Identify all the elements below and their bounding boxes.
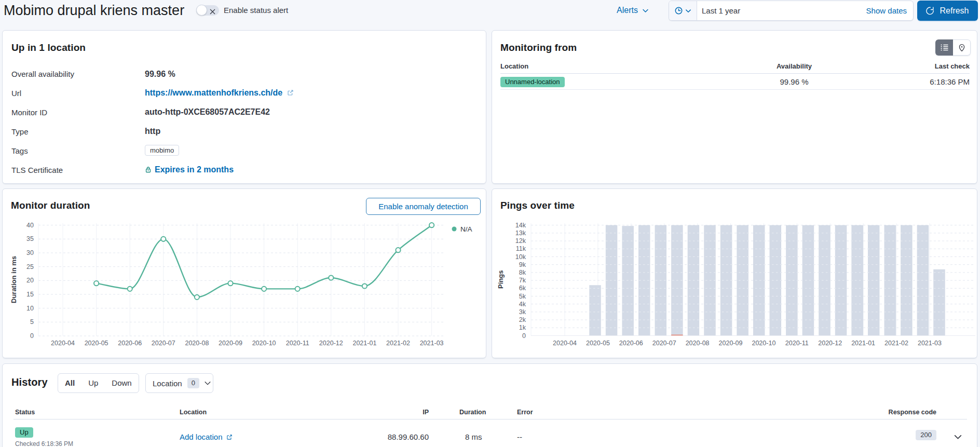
svg-text:25: 25 [26, 263, 34, 270]
tls-certificate-value: Expires in 2 months [145, 165, 234, 175]
column-last-check: Last check [892, 62, 970, 71]
time-range-value[interactable]: Last 1 year [697, 1, 866, 20]
monitoring-from-panel: Monitoring from Location [492, 30, 977, 184]
show-dates-button[interactable]: Show dates [866, 1, 913, 20]
svg-text:2020-05: 2020-05 [586, 340, 610, 347]
location-status-badge[interactable]: Unnamed-location [500, 77, 565, 87]
refresh-button[interactable]: Refresh [917, 1, 978, 21]
svg-text:30: 30 [26, 249, 34, 256]
svg-text:14k: 14k [515, 222, 526, 229]
alerts-dropdown[interactable]: Alerts [617, 0, 649, 21]
uptime-monitor-page: Mobimo drupal kriens master Enable statu… [0, 0, 980, 447]
history-row-error: -- [517, 432, 522, 442]
quick-select-button[interactable] [669, 1, 697, 20]
column-status: Status [15, 408, 35, 416]
svg-text:2020-11: 2020-11 [785, 340, 809, 347]
status-alert-toggle[interactable] [196, 5, 219, 16]
svg-text:N/A: N/A [460, 225, 472, 233]
history-row-duration: 8 ms [465, 432, 482, 442]
svg-text:2020-06: 2020-06 [118, 340, 142, 347]
svg-text:5k: 5k [519, 293, 526, 300]
page-title: Mobimo drupal kriens master [4, 0, 184, 21]
toggle-knob [196, 5, 207, 16]
date-picker: Last 1 year Show dates [669, 1, 914, 21]
monitoring-row-availability: 99.96 % [772, 77, 816, 87]
svg-text:5: 5 [30, 318, 34, 326]
svg-text:9k: 9k [519, 261, 526, 268]
toggle-off-x-icon [210, 7, 215, 17]
history-row-status: Up [15, 427, 33, 438]
svg-text:4k: 4k [519, 301, 526, 308]
filter-down[interactable]: Down [105, 374, 138, 392]
svg-text:2021-03: 2021-03 [918, 340, 942, 347]
tls-expiry-link[interactable]: Expires in 2 months [155, 165, 234, 174]
svg-text:11k: 11k [516, 245, 526, 252]
response-code-badge: 200 [916, 430, 936, 440]
map-view-button[interactable] [953, 39, 971, 56]
tag-badge[interactable]: mobimo [145, 145, 179, 156]
monitor-url-link[interactable]: https://www.mattenhofkriens.ch/de [145, 88, 282, 97]
svg-text:2021-01: 2021-01 [851, 340, 875, 347]
overall-availability-label: Overall availability [11, 69, 74, 79]
svg-text:0: 0 [30, 332, 34, 340]
url-value: https://www.mattenhofkriens.ch/de [145, 88, 294, 98]
refresh-label: Refresh [940, 6, 969, 16]
column-duration: Duration [459, 408, 486, 416]
history-row-checked-time: Checked 6:18:36 PM [15, 440, 73, 447]
column-ip: IP [377, 408, 429, 416]
svg-text:2021-01: 2021-01 [352, 340, 376, 347]
filter-all[interactable]: All [58, 374, 81, 392]
svg-text:2020-08: 2020-08 [686, 340, 710, 347]
svg-text:13k: 13k [515, 229, 526, 237]
up-status-badge: Up [15, 427, 33, 438]
url-label: Url [11, 88, 21, 99]
add-location-link[interactable]: Add location [180, 432, 223, 441]
svg-text:2020-04: 2020-04 [51, 340, 75, 347]
svg-text:2020-10: 2020-10 [752, 340, 775, 347]
location-filter-dropdown[interactable]: Location 0 [145, 373, 213, 393]
type-value: http [145, 126, 160, 137]
monitor-id-value: auto-http-0XCE68057AC2E7E42 [145, 107, 270, 117]
type-label: Type [11, 127, 29, 137]
pings-over-time-panel: Pings over time 01k2k3k4k5k6k7k8k9k10k11… [492, 188, 977, 358]
svg-text:2021-03: 2021-03 [420, 340, 444, 347]
svg-text:2021-02: 2021-02 [884, 340, 908, 347]
svg-text:10k: 10k [515, 253, 526, 261]
column-location: Location [180, 408, 207, 416]
svg-text:7k: 7k [519, 277, 526, 284]
svg-text:40: 40 [26, 222, 34, 229]
svg-text:Duration in ms: Duration in ms [10, 256, 18, 303]
svg-text:2020-11: 2020-11 [286, 340, 309, 347]
svg-text:12k: 12k [515, 237, 526, 245]
svg-text:6k: 6k [519, 285, 526, 292]
svg-text:2020-07: 2020-07 [152, 340, 175, 347]
svg-text:1k: 1k [519, 324, 526, 331]
history-row-location: Add location [180, 432, 233, 442]
svg-text:2020-05: 2020-05 [85, 340, 108, 347]
external-link-icon [287, 89, 294, 96]
status-filter-group: All Up Down [58, 373, 139, 393]
svg-text:3k: 3k [519, 308, 526, 316]
svg-text:20: 20 [26, 277, 34, 284]
external-link-icon [226, 434, 233, 440]
status-alert-label: Enable status alert [224, 0, 288, 21]
svg-text:Pings: Pings [497, 270, 505, 289]
svg-text:8k: 8k [519, 269, 526, 276]
svg-text:2020-04: 2020-04 [553, 340, 577, 347]
monitor-duration-chart: 05101520253035402020-042020-052020-06202… [3, 189, 487, 359]
chevron-down-icon [204, 380, 211, 387]
tags-label: Tags [11, 146, 28, 156]
history-panel: History All Up Down Location 0 Status Lo… [2, 363, 977, 447]
history-row-ip: 88.99.60.60 [377, 432, 429, 442]
monitoring-row-last-check: 6:18:36 PM [892, 77, 970, 87]
filter-up[interactable]: Up [81, 374, 105, 392]
svg-text:2020-10: 2020-10 [252, 340, 276, 347]
location-filter-label: Location [153, 379, 182, 388]
svg-text:2021-02: 2021-02 [386, 340, 410, 347]
column-availability: Availability [772, 62, 816, 71]
list-view-button[interactable] [935, 39, 953, 56]
expand-row-chevron-icon[interactable] [954, 432, 962, 441]
svg-text:10: 10 [26, 305, 34, 312]
chevron-down-icon [685, 8, 691, 14]
column-error: Error [517, 408, 533, 416]
